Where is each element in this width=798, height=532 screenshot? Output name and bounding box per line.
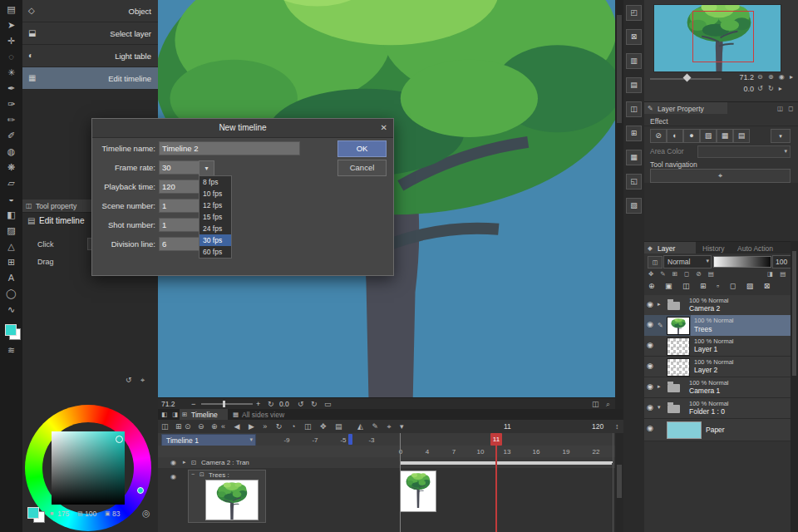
line-correct-tool-icon[interactable]: ∿ <box>0 302 22 318</box>
fps-option-24[interactable]: 24 fps <box>200 223 231 234</box>
folder1-eye-icon[interactable]: ◉ <box>647 403 653 411</box>
gradient-tool-icon[interactable]: ▨ <box>0 223 22 239</box>
tab-layer[interactable]: ◆ Layer <box>644 242 696 254</box>
start-frame-marker[interactable] <box>348 434 352 445</box>
selection-tool-icon[interactable]: ◌ <box>0 49 22 65</box>
main-color-swatch[interactable] <box>5 324 20 339</box>
frame-rate-dropdown-button[interactable]: ▾ <box>199 160 214 176</box>
fill-tool-icon[interactable]: ◧ <box>0 207 22 223</box>
timeline-vscrollbar[interactable] <box>615 433 623 532</box>
timeline-view-icons[interactable]: ◫ ⊞ <box>161 422 185 431</box>
trees-visibility-eye-icon[interactable]: ◉ <box>170 473 176 480</box>
decoration-tool-icon[interactable]: ❋ <box>0 160 22 175</box>
zoom-slider-handle[interactable] <box>223 401 225 407</box>
hue-cursor[interactable] <box>137 487 144 494</box>
playback-time-input[interactable] <box>159 180 202 194</box>
material-pose-icon[interactable]: ◱ <box>626 174 642 190</box>
airbrush-tool-icon[interactable]: ◍ <box>0 144 22 160</box>
blend-mode-dropdown[interactable]: Normal ▾ <box>663 255 712 268</box>
timeline-zoom-icons[interactable]: ⊙ ⊖ ⊕ <box>185 422 220 431</box>
balloon-tool-icon[interactable]: ◯ <box>0 286 22 302</box>
layer-row-paper[interactable]: ◉ Paper <box>644 419 791 441</box>
timeline-vscroll-handle[interactable] <box>617 465 622 498</box>
canvas-vscrollbar[interactable] <box>615 0 623 409</box>
navigator-rotate-icons[interactable]: ↺ ↻ ▸ <box>757 85 784 92</box>
animation-tool-icon[interactable]: ≋ <box>0 342 22 358</box>
playback-controls-icons[interactable]: « ◀ ▶ » ↻ <box>221 422 285 431</box>
cancel-button[interactable]: Cancel <box>337 160 387 176</box>
rotate-reset-icon[interactable]: ↻ <box>268 400 274 408</box>
layer-row-trees[interactable]: ◉ ✎ 100 % Normal Trees <box>644 315 791 337</box>
navigator-view-rect[interactable] <box>692 11 754 62</box>
effect-dropdown-arrow[interactable]: ▾ <box>771 129 791 143</box>
move-tool-icon[interactable]: ✛ <box>0 33 22 49</box>
trees-keyframe-thumbnail[interactable] <box>400 470 436 512</box>
effect-border-icon[interactable]: ⊘ <box>650 129 667 143</box>
timeline-ruler-row1[interactable]: Timeline 1 ▾ -9 -7 -5 -3 <box>158 433 623 446</box>
effect-grid-icon[interactable]: ▦ <box>717 129 733 143</box>
navigator-zoom-icons[interactable]: ⊖ ⊕ ◉ ▸ <box>757 73 795 81</box>
material-panel-icon[interactable]: ⊠ <box>626 29 642 45</box>
effect-layer-color-icon[interactable]: ● <box>683 129 700 143</box>
playhead-handle[interactable]: 11 <box>490 433 502 446</box>
tool-navigation-button[interactable]: ⌖ <box>650 169 791 183</box>
track-trees[interactable]: ◉ − ⊡ Trees : Track label <box>158 468 623 532</box>
layer-row-folder1[interactable]: ◉ ▾ 100 % Normal Folder 1 : 0 <box>644 398 791 419</box>
fps-option-10[interactable]: 10 fps <box>200 188 231 200</box>
navigator-zoom-handle[interactable] <box>683 74 692 82</box>
layer1-eye-icon[interactable]: ◉ <box>647 341 653 349</box>
layer-row-layer2[interactable]: ◉ 100 % Normal Layer 2 <box>644 357 791 377</box>
zoom-slider[interactable] <box>201 403 253 405</box>
tab-history[interactable]: History <box>702 244 724 253</box>
navigator-thumbnail[interactable] <box>653 4 781 72</box>
trees-track-thumbnail[interactable] <box>205 480 259 520</box>
tab-auto-action[interactable]: Auto Action <box>737 244 773 253</box>
fps-option-60[interactable]: 60 fps <box>200 246 231 258</box>
front-color-swatch[interactable] <box>5 324 17 336</box>
operation-tool-icon[interactable]: ➤ <box>0 17 22 33</box>
eraser-tool-icon[interactable]: ▱ <box>0 175 22 191</box>
blend-tool-icon[interactable]: ◒ <box>0 191 22 207</box>
camera2-visibility-eye-icon[interactable]: ◉ <box>170 459 176 466</box>
canvas-vscroll-handle[interactable] <box>617 15 622 123</box>
paper-eye-icon[interactable]: ◉ <box>647 424 653 432</box>
frame-border-tool-icon[interactable]: ⊞ <box>0 254 22 270</box>
timeline-name-dropdown[interactable]: Timeline 1 ▾ <box>161 434 256 446</box>
layer-lock-right-icons[interactable]: ◨ ▤ <box>767 270 788 278</box>
effect-tone-icon[interactable]: ◐ <box>667 129 683 143</box>
front-color-chip[interactable] <box>27 507 39 519</box>
dialog-close-icon[interactable]: ✕ <box>381 123 387 132</box>
layer-lock-icons[interactable]: ✥ ✎ ⊞ ◻ ⊘ ▤ <box>648 270 717 278</box>
camera1-chevron-icon[interactable]: ▸ <box>658 383 661 390</box>
figure-tool-icon[interactable]: △ <box>0 239 22 254</box>
passthrough-button[interactable]: ◫ <box>648 256 663 268</box>
fps-option-30-selected[interactable]: 30 fps <box>200 234 231 246</box>
subtool-item-light-table[interactable]: ◐ Light table <box>22 45 158 67</box>
scene-number-input[interactable] <box>159 199 202 213</box>
layer-row-layer1[interactable]: ◉ 100 % Normal Layer 1 <box>644 336 791 357</box>
camera2-chevron-icon[interactable]: ▸ <box>658 301 661 308</box>
fps-option-8[interactable]: 8 fps <box>200 176 231 188</box>
material-download-icon[interactable]: ▧ <box>626 198 642 214</box>
zoom-out-button[interactable]: − <box>191 400 195 408</box>
sv-square[interactable] <box>52 431 125 505</box>
fps-option-15[interactable]: 15 fps <box>200 211 231 223</box>
timeline-scroll-icons[interactable]: ↕ <box>615 422 619 431</box>
subtool-item-select-layer[interactable]: ⬓ Select layer <box>22 22 158 45</box>
text-tool-icon[interactable]: A <box>0 270 22 286</box>
material-color-pattern-icon[interactable]: ▥ <box>626 53 642 69</box>
camera1-eye-icon[interactable]: ◉ <box>647 382 653 391</box>
layer-property-header-icons[interactable]: ◫ ◻ <box>777 105 795 112</box>
effect-extract-line-icon[interactable]: ▨ <box>700 129 717 143</box>
pen-tool-icon[interactable]: ✑ <box>0 96 22 112</box>
pencil-tool-icon[interactable]: ✏ <box>0 112 22 128</box>
material-monochrome-icon[interactable]: ▤ <box>626 77 642 93</box>
timeline-misc-icons[interactable]: ◭ ✎ ⌖ ▾ <box>357 422 407 431</box>
material-manga-icon[interactable]: ◫ <box>626 101 642 117</box>
effect-paper-icon[interactable]: ▤ <box>733 129 750 143</box>
layer-palette-scroll-handle[interactable] <box>792 251 796 376</box>
layer-row-camera1[interactable]: ◉ ▸ 100 % Normal Camera 1 <box>644 377 791 398</box>
layer-property-tab[interactable]: ✎ Layer Property <box>644 102 727 114</box>
color-wheel-mode-icon[interactable]: ◎ <box>142 508 150 519</box>
frame-rate-input[interactable] <box>159 160 202 175</box>
